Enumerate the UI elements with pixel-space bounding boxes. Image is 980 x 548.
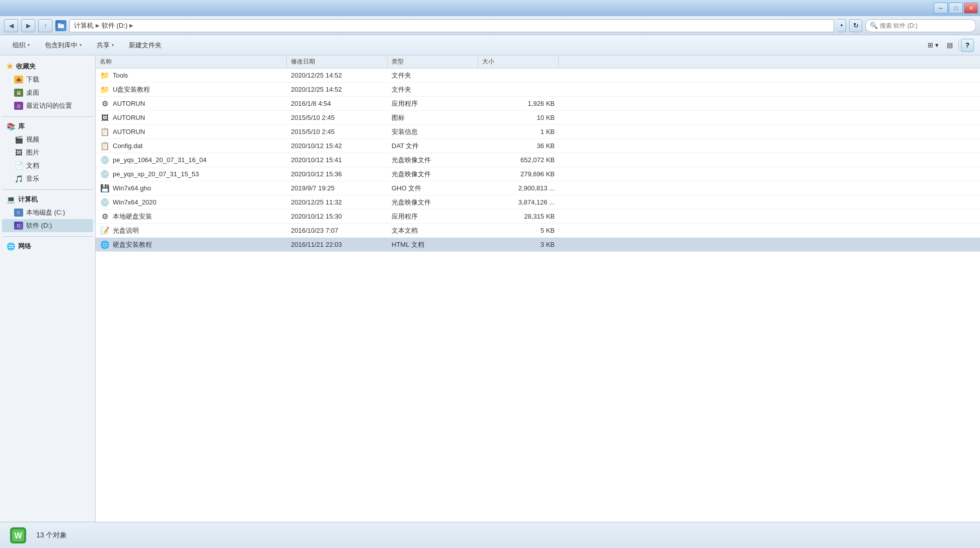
drive-breadcrumb-icon	[55, 20, 66, 31]
view-arrow: ▾	[935, 41, 939, 49]
computer-header[interactable]: 💻 计算机	[2, 193, 93, 206]
file-type-cell: 光盘映像文件	[388, 153, 478, 167]
file-date-cell: 2019/9/7 19:25	[287, 181, 388, 195]
file-name: Win7x64.gho	[113, 184, 151, 192]
search-bar[interactable]: 🔍	[865, 19, 976, 32]
table-row[interactable]: 💿 Win7x64_2020 2020/12/25 11:32 光盘映像文件 3…	[96, 195, 980, 210]
download-folder-icon: 📥	[14, 76, 23, 84]
up-button[interactable]: ↑	[38, 19, 52, 32]
file-size-cell	[478, 83, 559, 96]
sidebar-item-music[interactable]: 🎵 音乐	[2, 172, 93, 185]
toolbar-separator	[958, 39, 959, 51]
table-row[interactable]: 💿 pe_yqs_1064_20_07_31_16_04 2020/10/12 …	[96, 153, 980, 167]
network-header[interactable]: 🌐 网络	[2, 240, 93, 253]
file-date-cell: 2020/12/25 14:52	[287, 68, 388, 82]
table-row[interactable]: 🖼 AUTORUN 2015/5/10 2:45 图标 10 KB	[96, 111, 980, 125]
file-date-cell: 2020/10/12 15:41	[287, 153, 388, 167]
star-icon: ★	[6, 61, 13, 71]
file-name: pe_yqs_1064_20_07_31_16_04	[113, 156, 207, 164]
table-row[interactable]: 💾 Win7x64.gho 2019/9/7 19:25 GHO 文件 2,90…	[96, 181, 980, 195]
network-icon: 🌐	[6, 242, 15, 250]
col-name-header[interactable]: 名称	[96, 55, 287, 68]
maximize-button[interactable]: □	[949, 3, 963, 14]
share-arrow: ▾	[112, 43, 114, 47]
breadcrumb-bar[interactable]: 计算机 ▶ 软件 (D:) ▶	[69, 19, 834, 32]
address-dropdown-button[interactable]: ▾	[837, 19, 846, 32]
sidebar-item-pictures[interactable]: 🖼 图片	[2, 146, 93, 159]
file-name: Config.dat	[113, 142, 142, 150]
table-row[interactable]: 📋 Config.dat 2020/10/12 15:42 DAT 文件 36 …	[96, 139, 980, 153]
column-header: 名称 修改日期 类型 大小	[96, 55, 980, 68]
sidebar-item-recent-places[interactable]: ⊙ 最近访问的位置	[2, 99, 93, 112]
file-type-cell: HTML 文档	[388, 238, 478, 251]
help-button[interactable]: ?	[961, 39, 974, 52]
details-pane-button[interactable]: ▤	[943, 38, 956, 53]
view-toggle-button[interactable]: ⊞ ▾	[924, 38, 942, 53]
table-row[interactable]: 📁 Tools 2020/12/25 14:52 文件夹	[96, 68, 980, 83]
table-row[interactable]: 📁 U盘安装教程 2020/12/25 14:52 文件夹	[96, 83, 980, 97]
file-size-cell: 279,696 KB	[478, 167, 559, 181]
file-name-cell: 💿 pe_yqs_1064_20_07_31_16_04	[96, 153, 287, 167]
library-section: 📚 库 🎬 视频 🖼 图片 📄 文档 🎵 音乐	[2, 120, 93, 185]
computer-label: 计算机	[18, 195, 38, 204]
file-name: AUTORUN	[113, 128, 145, 135]
back-button[interactable]: ◀	[4, 19, 18, 32]
new-folder-label: 新建文件夹	[129, 41, 162, 50]
breadcrumb-computer[interactable]: 计算机	[74, 21, 94, 30]
title-bar: ─ □ ✕	[0, 0, 980, 16]
file-size-cell	[478, 68, 559, 82]
forward-button[interactable]: ▶	[21, 19, 35, 32]
exe-icon: ⚙	[100, 212, 110, 221]
add-to-library-button[interactable]: 包含到库中 ▾	[38, 38, 88, 53]
documents-icon: 📄	[14, 162, 23, 170]
gho-icon: 💾	[100, 184, 110, 193]
library-header[interactable]: 📚 库	[2, 120, 93, 133]
table-row[interactable]: 📋 AUTORUN 2015/5/10 2:45 安装信息 1 KB	[96, 125, 980, 139]
pictures-icon: 🖼	[14, 149, 23, 157]
table-row[interactable]: 💿 pe_yqs_xp_20_07_31_15_53 2020/10/12 15…	[96, 167, 980, 181]
svg-text:W: W	[14, 531, 22, 540]
minimize-button[interactable]: ─	[934, 3, 948, 14]
table-row[interactable]: 📝 光盘说明 2016/10/23 7:07 文本文档 5 KB	[96, 224, 980, 238]
refresh-button[interactable]: ↻	[849, 19, 862, 32]
new-folder-button[interactable]: 新建文件夹	[122, 38, 168, 53]
col-size-header[interactable]: 大小	[478, 55, 559, 68]
sidebar-item-documents[interactable]: 📄 文档	[2, 159, 93, 172]
config-icon: 📋	[100, 142, 110, 151]
file-name-cell: 💿 Win7x64_2020	[96, 195, 287, 209]
col-date-header[interactable]: 修改日期	[287, 55, 388, 68]
table-row[interactable]: ⚙ 本地硬盘安装 2020/10/12 15:30 应用程序 28,315 KB	[96, 210, 980, 224]
details-pane-icon: ▤	[947, 41, 953, 49]
sidebar-item-drive-c[interactable]: C 本地磁盘 (C:)	[2, 206, 93, 219]
share-button[interactable]: 共享 ▾	[90, 38, 120, 53]
sidebar-divider-1	[2, 116, 93, 117]
music-icon: 🎵	[14, 175, 23, 183]
table-row[interactable]: 🌐 硬盘安装教程 2016/11/21 22:03 HTML 文档 3 KB	[96, 238, 980, 252]
favorites-header[interactable]: ★ 收藏夹	[2, 59, 93, 73]
sidebar-item-video[interactable]: 🎬 视频	[2, 133, 93, 146]
file-type-cell: 图标	[388, 111, 478, 124]
favorites-section: ★ 收藏夹 📥 下载 🖥 桌面 ⊙ 最近访问的位置	[2, 59, 93, 112]
col-type-header[interactable]: 类型	[388, 55, 478, 68]
network-label: 网络	[18, 242, 31, 251]
file-date-cell: 2016/10/23 7:07	[287, 224, 388, 237]
drive-c-label: 本地磁盘 (C:)	[26, 208, 65, 217]
close-button[interactable]: ✕	[964, 3, 978, 14]
organize-button[interactable]: 组织 ▾	[6, 38, 36, 53]
file-name: 光盘说明	[113, 226, 139, 235]
breadcrumb-drive[interactable]: 软件 (D:)	[102, 21, 127, 30]
computer-section: 💻 计算机 C 本地磁盘 (C:) D 软件 (D:)	[2, 193, 93, 232]
file-date-cell: 2020/12/25 11:32	[287, 195, 388, 209]
sidebar-item-drive-d[interactable]: D 软件 (D:)	[2, 219, 93, 232]
search-input[interactable]	[880, 22, 971, 29]
sidebar-item-download[interactable]: 📥 下载	[2, 73, 93, 86]
file-type-cell: GHO 文件	[388, 181, 478, 195]
status-bar: W 13 个对象	[0, 522, 980, 548]
sidebar-item-desktop[interactable]: 🖥 桌面	[2, 86, 93, 99]
file-name: pe_yqs_xp_20_07_31_15_53	[113, 170, 199, 178]
iso-icon: 💿	[100, 198, 110, 207]
file-area: 名称 修改日期 类型 大小 📁 Tools 2020/12/25 14:52 文…	[96, 55, 980, 522]
add-to-library-arrow: ▾	[80, 43, 82, 47]
file-date-cell: 2020/12/25 14:52	[287, 83, 388, 96]
table-row[interactable]: ⚙ AUTORUN 2016/1/8 4:54 应用程序 1,926 KB	[96, 97, 980, 111]
